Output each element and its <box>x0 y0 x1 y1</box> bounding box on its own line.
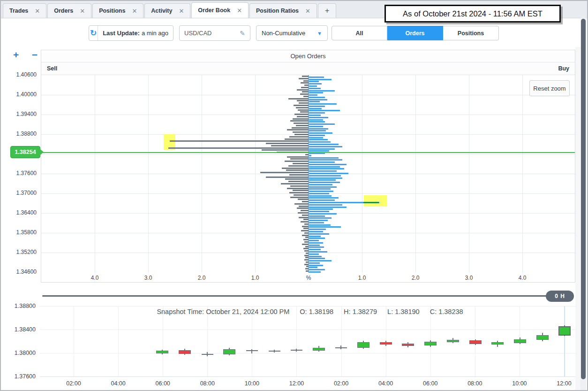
orderbook-plot[interactable]: Reset zoom <box>41 75 575 273</box>
buy-order-bar <box>309 179 336 181</box>
candle <box>357 342 369 348</box>
sell-order-bar <box>299 206 309 207</box>
buy-order-bar <box>309 164 347 165</box>
percent-tick-label: 2.0 <box>412 275 420 281</box>
cumulative-mode-select[interactable]: Non-Cumulative ▼ <box>256 25 328 41</box>
orderbook-price-axis: 1.406001.400001.394001.388001.376001.370… <box>1 50 38 283</box>
sell-order-bar <box>306 253 309 254</box>
buy-order-bar <box>309 94 317 96</box>
buy-order-bar <box>309 110 340 111</box>
sell-order-bar <box>266 143 309 144</box>
tab-order-book[interactable]: Order Book✕ <box>191 2 249 18</box>
candle-plot[interactable]: Snapshot Time: October 21, 2024 12:00 PM… <box>40 306 580 377</box>
sell-order-bar <box>262 149 309 151</box>
buy-order-bar <box>309 157 339 159</box>
buy-order-bar <box>309 92 323 93</box>
buy-order-bar <box>309 150 329 152</box>
sell-buy-header: Sell Buy <box>41 62 575 75</box>
buy-order-bar <box>309 182 340 183</box>
sell-order-bar <box>302 244 309 245</box>
new-tab-button[interactable]: + <box>318 3 336 18</box>
buy-order-bar <box>309 101 320 102</box>
slider-handle[interactable]: 0 H <box>546 291 574 302</box>
candle <box>469 340 482 344</box>
tab-position-ratios[interactable]: Position Ratios✕ <box>249 3 317 18</box>
toolbar: ↻ Last Update:a min ago USD/CAD ✎ Non-Cu… <box>1 19 588 47</box>
price-tick-label: 1.38800 <box>15 303 36 309</box>
buy-order-bar <box>309 135 325 136</box>
time-tick-label: 06:00 <box>156 380 170 387</box>
sell-order-bar <box>303 80 309 82</box>
refresh-button[interactable]: ↻ <box>89 26 98 40</box>
sell-order-bar <box>306 270 309 272</box>
sell-order-bar <box>302 201 309 202</box>
close-tab-icon[interactable]: ✕ <box>305 8 310 15</box>
close-tab-icon[interactable]: ✕ <box>35 8 40 15</box>
sell-order-bar <box>305 246 309 247</box>
sell-order-bar <box>300 93 309 95</box>
buy-order-bar <box>309 245 320 246</box>
slider-track[interactable] <box>42 295 548 297</box>
sell-order-bar <box>299 78 309 79</box>
sell-order-bar <box>303 228 309 229</box>
segment-orders[interactable]: Orders <box>387 26 443 40</box>
price-tick-label: 1.38000 <box>15 350 36 356</box>
close-tab-icon[interactable]: ✕ <box>80 8 85 15</box>
tab-activity[interactable]: Activity✕ <box>144 3 190 18</box>
sell-order-bar <box>294 105 309 106</box>
gridline-vertical <box>118 306 119 376</box>
buy-order-bar <box>309 229 326 230</box>
sell-label: Sell <box>47 65 57 72</box>
sell-order-bar <box>303 96 309 97</box>
tab-trades[interactable]: Trades✕ <box>3 3 46 18</box>
sell-order-bar <box>290 158 309 160</box>
as-of-banner: As of October 21st 2024 - 11:56 AM EST <box>384 5 561 23</box>
sell-order-bar <box>271 145 309 146</box>
price-tick-label: 1.37000 <box>16 190 37 196</box>
buy-order-bar <box>309 215 325 217</box>
tab-positions[interactable]: Positions✕ <box>92 3 143 18</box>
gridline-vertical <box>207 306 208 376</box>
close-tab-icon[interactable]: ✕ <box>237 7 242 14</box>
instrument-value: USD/CAD <box>184 30 212 37</box>
percent-tick-label: 4.0 <box>519 275 527 281</box>
chevron-down-icon: ▼ <box>317 31 322 36</box>
instrument-input[interactable]: USD/CAD ✎ <box>179 25 250 41</box>
edit-pencil-icon[interactable]: ✎ <box>240 30 245 37</box>
segment-all[interactable]: All <box>332 26 387 40</box>
sell-order-bar <box>287 156 309 158</box>
buy-order-bar <box>309 231 323 232</box>
zoom-out-button[interactable]: − <box>32 50 38 60</box>
buy-order-bar <box>309 90 335 92</box>
sell-order-bar <box>301 210 309 211</box>
segment-positions[interactable]: Positions <box>443 26 499 40</box>
buy-order-bar <box>309 213 337 215</box>
candle <box>491 342 504 345</box>
scrollbar-thumb[interactable] <box>581 19 586 379</box>
candle <box>313 348 325 351</box>
sell-order-bar <box>297 116 309 117</box>
buy-order-bar <box>309 242 323 244</box>
refresh-icon: ↻ <box>90 28 97 38</box>
gridline-horizontal <box>40 306 580 307</box>
as-of-text: As of October 21st 2024 - 11:56 AM EST <box>403 9 543 18</box>
close-tab-icon[interactable]: ✕ <box>179 8 184 15</box>
sell-order-bar <box>300 111 309 113</box>
percent-tick-label: % <box>306 275 311 281</box>
buy-order-bar <box>309 119 323 121</box>
close-tab-icon[interactable]: ✕ <box>132 8 137 15</box>
tab-orders[interactable]: Orders✕ <box>47 3 91 18</box>
reset-zoom-button[interactable]: Reset zoom <box>529 80 570 96</box>
sell-order-bar <box>301 87 309 88</box>
buy-order-bar <box>309 265 323 266</box>
percent-tick-label: 1.0 <box>251 275 259 281</box>
zoom-in-button[interactable]: + <box>13 50 19 60</box>
buy-order-bar <box>309 88 321 89</box>
sell-order-bar <box>288 181 309 182</box>
time-tick-label: 08:00 <box>467 380 482 387</box>
sell-order-bar <box>290 185 309 187</box>
buy-order-bar <box>309 126 323 127</box>
snapshot-time: Snapshot Time: October 21, 2024 12:00 PM <box>157 308 289 315</box>
buy-order-bar <box>309 199 335 201</box>
buy-order-bar <box>309 262 320 264</box>
